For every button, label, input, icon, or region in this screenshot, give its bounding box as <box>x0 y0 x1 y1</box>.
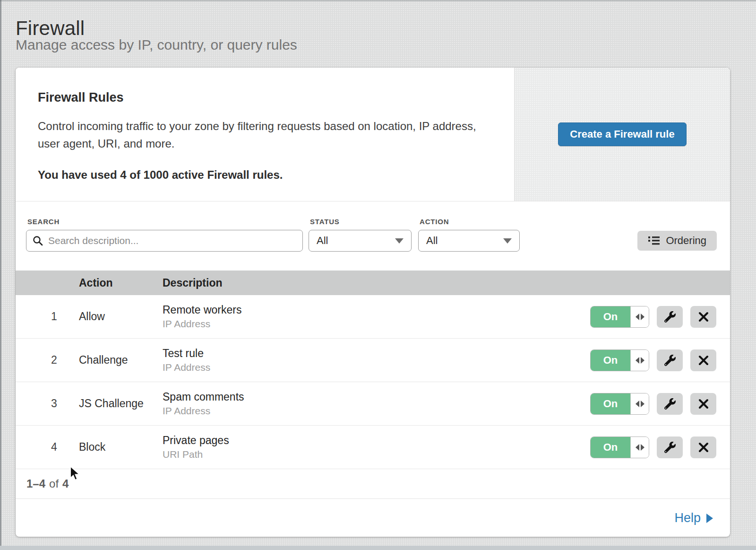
search-icon <box>33 236 43 246</box>
toggle-state-label[interactable]: On <box>591 306 630 327</box>
rule-enabled-toggle[interactable]: On <box>590 393 649 415</box>
left-right-arrows-icon[interactable] <box>630 306 649 327</box>
table-row: 4 Block Private pages URI Path On <box>16 426 730 469</box>
usage-summary: You have used 4 of 1000 active Firewall … <box>38 168 486 182</box>
ordering-button[interactable]: Ordering <box>637 231 717 251</box>
status-label: STATUS <box>310 218 412 226</box>
action-selected-value: All <box>426 235 438 247</box>
rule-action: Allow <box>79 310 163 323</box>
intro-section: Firewall Rules Control incoming traffic … <box>16 68 730 201</box>
rule-controls: On <box>590 437 730 458</box>
search-field-wrap <box>26 230 303 252</box>
ordered-list-icon <box>648 236 660 246</box>
status-select[interactable]: All <box>309 230 412 252</box>
rule-description: Remote workers <box>163 303 590 317</box>
chevron-down-icon <box>503 238 512 244</box>
toggle-state-label[interactable]: On <box>591 350 630 371</box>
help-bar: Help <box>16 498 730 537</box>
pagination-bar: 1–4 of 4 <box>16 469 730 498</box>
rule-match-type: IP Address <box>163 317 590 331</box>
card-description: Control incoming traffic to your zone by… <box>38 117 486 152</box>
wrench-icon <box>664 398 676 410</box>
page-subtitle: Manage access by IP, country, or query r… <box>16 37 297 53</box>
rule-controls: On <box>590 393 730 415</box>
window-edge-bottom <box>0 546 756 550</box>
close-icon <box>698 442 709 453</box>
rule-description-cell: Private pages URI Path <box>163 433 590 461</box>
edit-rule-button[interactable] <box>657 306 683 328</box>
chevron-down-icon <box>395 238 404 244</box>
action-column-header: Action <box>79 277 163 289</box>
rule-enabled-toggle[interactable]: On <box>590 306 649 328</box>
rule-action: JS Challenge <box>79 397 163 410</box>
table-header: Action Description <box>16 271 730 295</box>
rule-description-cell: Test rule IP Address <box>163 346 590 374</box>
rule-priority: 1 <box>16 310 79 323</box>
rule-priority: 2 <box>16 354 79 367</box>
edit-rule-button[interactable] <box>657 437 683 458</box>
page-title: Firewall <box>16 17 85 40</box>
rule-priority: 4 <box>16 441 79 454</box>
wrench-icon <box>664 442 676 453</box>
delete-rule-button[interactable] <box>690 437 716 458</box>
rule-description: Private pages <box>163 433 590 448</box>
help-link[interactable]: Help <box>674 511 713 525</box>
firewall-rules-card: Firewall Rules Control incoming traffic … <box>16 68 730 537</box>
rule-controls: On <box>590 349 730 371</box>
toggle-state-label[interactable]: On <box>591 393 630 414</box>
window-edge-left <box>0 0 1 550</box>
edit-rule-button[interactable] <box>657 349 683 371</box>
close-icon <box>698 355 709 366</box>
ordering-button-label: Ordering <box>666 235 706 247</box>
toggle-state-label[interactable]: On <box>591 437 630 458</box>
rule-priority: 3 <box>16 397 79 410</box>
action-select[interactable]: All <box>418 230 520 252</box>
action-filter-group: ACTION All <box>418 218 520 252</box>
delete-rule-button[interactable] <box>690 349 716 371</box>
delete-rule-button[interactable] <box>690 393 716 415</box>
rule-match-type: URI Path <box>163 448 590 461</box>
delete-rule-button[interactable] <box>690 306 716 328</box>
close-icon <box>698 399 709 409</box>
table-row: 3 JS Challenge Spam comments IP Address … <box>16 382 730 426</box>
filters-bar: SEARCH STATUS All ACTION All <box>16 201 730 271</box>
wrench-icon <box>664 311 676 323</box>
pagination-of: of <box>49 477 59 490</box>
status-selected-value: All <box>317 235 328 247</box>
rule-match-type: IP Address <box>163 361 590 374</box>
pagination-total: 4 <box>62 477 69 490</box>
rule-action: Block <box>79 441 163 454</box>
table-row: 1 Allow Remote workers IP Address On <box>16 295 730 339</box>
rule-match-type: IP Address <box>163 404 590 418</box>
rule-description: Spam comments <box>163 390 590 404</box>
wrench-icon <box>664 355 676 366</box>
left-right-arrows-icon[interactable] <box>630 393 649 414</box>
action-label: ACTION <box>420 218 520 226</box>
description-column-header: Description <box>163 277 730 289</box>
search-input[interactable] <box>26 230 303 252</box>
close-icon <box>698 312 709 322</box>
rule-enabled-toggle[interactable]: On <box>590 437 649 458</box>
left-right-arrows-icon[interactable] <box>630 350 649 371</box>
rule-action: Challenge <box>79 354 163 367</box>
rule-description: Test rule <box>163 346 590 361</box>
rule-enabled-toggle[interactable]: On <box>590 349 649 371</box>
help-link-label: Help <box>674 511 701 525</box>
edit-rule-button[interactable] <box>657 393 683 415</box>
search-group: SEARCH <box>26 218 303 252</box>
rule-description-cell: Remote workers IP Address <box>163 303 590 331</box>
left-right-arrows-icon[interactable] <box>630 437 649 458</box>
create-rule-panel: Create a Firewall rule <box>514 68 730 201</box>
window-edge-top <box>0 0 756 1</box>
pagination-range: 1–4 <box>26 477 45 490</box>
status-filter-group: STATUS All <box>309 218 412 252</box>
table-row: 2 Challenge Test rule IP Address On <box>16 339 730 382</box>
search-label: SEARCH <box>27 218 303 226</box>
intro-text-panel: Firewall Rules Control incoming traffic … <box>16 68 514 201</box>
rule-controls: On <box>590 306 730 328</box>
rule-description-cell: Spam comments IP Address <box>163 390 590 418</box>
card-heading: Firewall Rules <box>38 90 486 105</box>
chevron-right-icon <box>706 514 713 523</box>
create-firewall-rule-button[interactable]: Create a Firewall rule <box>558 122 686 146</box>
